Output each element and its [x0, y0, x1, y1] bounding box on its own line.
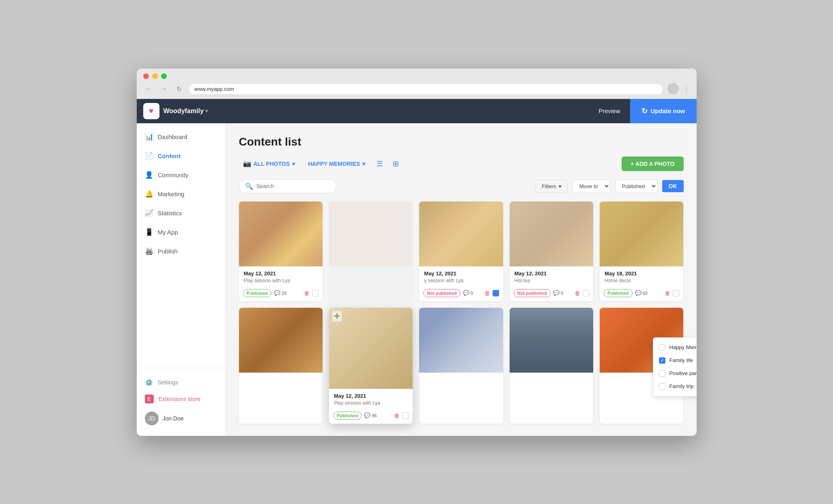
- photo-caption-2: Play session with Lya: [334, 400, 408, 406]
- drag-handle-icon[interactable]: ✛: [332, 311, 342, 322]
- delete-button-4[interactable]: 🗑: [575, 290, 580, 296]
- photo-date-5: May 18, 2021: [605, 270, 678, 277]
- update-now-button[interactable]: ↻ Update now: [630, 99, 697, 123]
- delete-button-5[interactable]: 🗑: [665, 290, 670, 296]
- browser-toolbar: ← → ↻ ⋮: [143, 83, 690, 99]
- add-photo-button[interactable]: + ADD A PHOTO: [622, 157, 683, 171]
- sidebar-bottom: ⚙️ Settings E Extensions store JD Jon Do…: [137, 368, 226, 436]
- dropdown-item-family-life[interactable]: ✓ Family life: [653, 354, 697, 367]
- photo-card-4: May 12, 2021 Hot tea Not published 💬 0 🗑: [510, 202, 593, 301]
- comment-count-1: 💬 29: [274, 290, 286, 296]
- app-name-label[interactable]: Woodyfamily ▾: [164, 107, 208, 115]
- delete-button-2[interactable]: 🗑: [394, 412, 400, 419]
- select-checkbox-1[interactable]: [312, 290, 319, 296]
- album-chevron-icon: ▾: [362, 161, 365, 167]
- browser-menu-button[interactable]: ⋮: [683, 84, 690, 93]
- status-select[interactable]: Published: [615, 180, 657, 193]
- sidebar-settings[interactable]: ⚙️ Settings: [137, 375, 226, 390]
- photo-card-9: [510, 308, 593, 424]
- back-button[interactable]: ←: [143, 84, 155, 94]
- photo-card-8: [419, 308, 503, 424]
- sidebar-item-content[interactable]: 📄 Content: [137, 146, 226, 165]
- all-photos-chevron-icon: ▾: [292, 161, 295, 167]
- photo-card-6: [239, 308, 323, 424]
- delete-button-3[interactable]: 🗑: [484, 290, 490, 296]
- select-checkbox-4[interactable]: [583, 290, 589, 296]
- photo-card-2-placeholder: [329, 202, 413, 301]
- minimize-dot[interactable]: [152, 73, 158, 79]
- dropdown-item-happy-memories[interactable]: Happy Memories: [653, 341, 697, 354]
- checkbox-family-trip[interactable]: [659, 383, 665, 390]
- sidebar-item-myapp[interactable]: 📱 My App: [137, 223, 226, 242]
- status-badge-1: Published: [243, 289, 272, 297]
- photo-date-2: May 12, 2021: [334, 393, 408, 399]
- status-badge-3: Not published: [423, 289, 460, 297]
- page-title: Content list: [239, 135, 684, 148]
- app-logo: ♥: [143, 103, 159, 119]
- sidebar-item-marketing[interactable]: 🔔 Marketing: [137, 184, 226, 204]
- forward-button[interactable]: →: [159, 84, 170, 94]
- photo-date-3: May 12, 2021: [424, 270, 498, 277]
- comment-icon-1: 💬: [274, 290, 280, 296]
- close-dot[interactable]: [143, 73, 149, 79]
- all-photos-filter[interactable]: 📷 ALL PHOTOS ▾: [239, 157, 299, 170]
- select-checkbox-5[interactable]: [673, 290, 679, 296]
- list-view-button[interactable]: ☰: [374, 158, 385, 170]
- browser-dots: [143, 73, 690, 79]
- ok-button[interactable]: OK: [662, 180, 684, 192]
- photo-caption-5: Home decor: [605, 278, 678, 283]
- select-checkbox-2[interactable]: [402, 412, 409, 419]
- reload-button[interactable]: ↻: [174, 84, 184, 94]
- search-input[interactable]: [256, 183, 329, 189]
- navbar-left: ♥ Woodyfamily ▾: [143, 103, 208, 119]
- filter-bar: 🔍 Filters ▾ Move to Published OK: [239, 179, 684, 193]
- myapp-icon: 📱: [145, 228, 153, 236]
- photo-date-4: May 12, 2021: [514, 270, 588, 277]
- comment-count-3: 💬 0: [463, 290, 473, 296]
- marketing-icon: 🔔: [145, 190, 153, 198]
- preview-button[interactable]: Preview: [589, 99, 630, 123]
- select-checkbox-3[interactable]: [493, 290, 499, 296]
- sidebar-item-community[interactable]: 👤 Community: [137, 165, 226, 184]
- browser-avatar: [667, 83, 679, 94]
- content-toolbar: 📷 ALL PHOTOS ▾ HAPPY MEMORIES ▾ ☰ ⊞ + AD…: [239, 157, 684, 171]
- sidebar-item-dashboard[interactable]: 📊 Dashboard: [137, 127, 226, 146]
- delete-button-1[interactable]: 🗑: [304, 290, 310, 296]
- publish-icon: 🖨️: [145, 247, 153, 255]
- app-body: 📊 Dashboard 📄 Content 👤 Community 🔔 Mark…: [137, 123, 697, 436]
- user-avatar: JD: [145, 412, 159, 425]
- checkbox-positive-parenting[interactable]: [659, 370, 665, 377]
- album-filter[interactable]: HAPPY MEMORIES ▾: [304, 158, 369, 169]
- search-icon: 🔍: [245, 182, 253, 190]
- grid-view-button[interactable]: ⊞: [390, 158, 401, 170]
- comment-count-2: 💬 96: [364, 412, 377, 418]
- photo-image-9: [510, 308, 593, 373]
- moveto-select[interactable]: Move to: [573, 180, 610, 193]
- checkbox-happy-memories[interactable]: [659, 344, 665, 351]
- user-area: JD Jon Doe: [137, 407, 226, 429]
- sidebar-extensions[interactable]: E Extensions store: [137, 390, 226, 407]
- filters-button[interactable]: Filters ▾: [536, 180, 567, 193]
- camera-icon: 📷: [243, 160, 251, 167]
- dropdown-item-positive-parenting[interactable]: Positive parenting: [653, 367, 697, 380]
- url-bar[interactable]: [188, 83, 663, 95]
- extensions-icon: E: [145, 395, 154, 403]
- photo-image-4: [510, 202, 593, 266]
- dashboard-icon: 📊: [145, 133, 153, 141]
- status-badge-5: Published: [604, 289, 633, 297]
- dropdown-item-family-trip[interactable]: Family trip: [653, 380, 697, 393]
- maximize-dot[interactable]: [161, 73, 167, 79]
- photo-caption-3: y session with Lya: [424, 278, 498, 283]
- sidebar-nav: 📊 Dashboard 📄 Content 👤 Community 🔔 Mark…: [137, 123, 226, 368]
- dropdown-chevron-icon: ▾: [205, 108, 208, 114]
- checkbox-family-life[interactable]: ✓: [659, 357, 665, 364]
- sidebar-item-statistics[interactable]: 📈 Statistics: [137, 204, 226, 223]
- app-navbar: ♥ Woodyfamily ▾ Preview ↻ Update now: [137, 99, 697, 123]
- photo-card-2-dragging[interactable]: ✛ May 12, 2021 Play session with Lya Pub…: [329, 308, 413, 424]
- photo-image-3: [419, 202, 503, 266]
- photo-date-1: May 12, 2021: [244, 270, 318, 277]
- content-icon: 📄: [145, 152, 153, 160]
- sidebar-item-publish[interactable]: 🖨️ Publish: [137, 242, 226, 261]
- community-icon: 👤: [145, 171, 153, 179]
- app-container: ♥ Woodyfamily ▾ Preview ↻ Update now: [137, 99, 697, 436]
